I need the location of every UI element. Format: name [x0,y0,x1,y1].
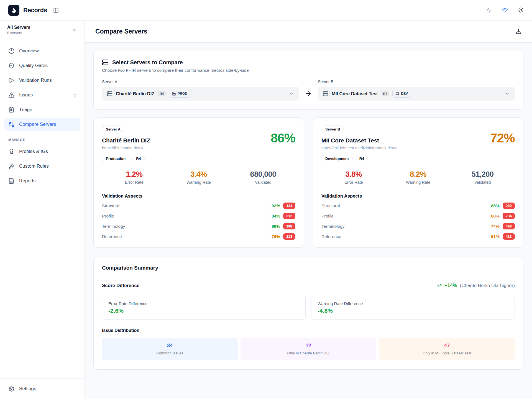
aspect-count-badge: 498 [503,223,515,229]
warning-rate-difference-box: Warning Rate Difference -4.8% [311,296,515,320]
sidebar-item-issues[interactable]: Issues C [4,89,80,101]
app-logo [8,5,19,16]
sidebar-item-compare-servers[interactable]: Compare Servers [4,118,80,131]
aspect-percent: 92% [268,203,280,208]
server-b-label: Server B [318,80,515,84]
metric-value: 8.2% [386,170,451,179]
sidebar: All Servers 8 servers Overview Quality G… [0,21,85,399]
export-download-button[interactable] [516,29,521,34]
sidebar-item-label: Validation Runs [19,78,52,83]
server-b-warning-rate: 8.2% Warning Rate [386,170,451,185]
issue-box-label: Only in Charité Berlin DIZ [243,351,374,355]
aspect-row-profile: Profile 68%734 [321,213,515,219]
server-a-selected-name: Charité Berlin DIZ [116,91,154,96]
server-b-dropdown[interactable]: MII Core Dataset Test R4 DEV [318,87,515,101]
server-a-warning-rate: 3.4% Warning Rate [167,170,231,185]
server-icon [107,91,112,96]
server-b-error-rate: 3.8% Error Rate [321,170,386,185]
connection-status-button[interactable] [502,7,508,13]
server-b-env-label: DEV [401,92,408,96]
sidebar-item-label: Reports [19,178,36,184]
sidebar-toggle-button[interactable] [53,7,59,13]
server-a-select-group: Server A Charité Berlin DIZ R4 PROD [102,80,299,101]
aspect-label: Structural [321,203,340,208]
aspect-count-badge: 289 [503,203,515,209]
sidebar-item-custom-rules[interactable]: Custom Rules [4,160,80,173]
diff-box-label: Error Rate Difference [108,301,299,306]
issue-distribution-label: Issue Distribution [102,328,515,333]
factory-icon [172,92,176,96]
sidebar-item-overview[interactable]: Overview [4,45,80,57]
server-b-score: 72% [490,132,515,144]
aspect-row-reference: Reference 61%413 [321,233,515,240]
page-header: Compare Servers [85,21,532,43]
server-icon [102,59,109,66]
aspect-label: Structural [102,203,120,208]
git-compare-icon [8,121,14,127]
play-icon [8,77,14,83]
sidebar-item-settings[interactable]: Settings [4,382,80,395]
chevron-down-icon [72,27,77,32]
theme-toggle-button[interactable] [518,7,524,13]
aspect-percent: 84% [268,214,280,219]
metric-value: 1.2% [102,170,167,179]
select-servers-title: Select Servers to Compare [112,59,183,66]
score-difference-note: (Charité Berlin DIZ higher) [460,283,515,288]
aspect-label: Terminology [102,224,125,229]
server-scope-title: All Servers [7,25,30,30]
server-a-version-badge: R4 [158,91,166,96]
server-a-version-tag: R4 [132,155,145,162]
server-a-dropdown[interactable]: Charité Berlin DIZ R4 PROD [102,87,299,101]
metric-value: 51,200 [450,170,515,179]
validation-aspects-title: Validation Aspects [102,193,295,199]
comparison-summary-card: Comparison Summary Score Difference +14%… [93,257,523,370]
sidebar-item-triage[interactable]: Triage [4,103,80,116]
metric-label: Error Rate [321,180,386,185]
issue-box-value: 34 [105,342,235,349]
select-servers-card: Select Servers to Compare Choose two FHI… [93,51,523,110]
server-scope-selector[interactable]: All Servers 8 servers [0,21,85,40]
server-a-card: Server A Charité Berlin DIZ https://fhir… [93,117,304,248]
common-issues-box: 34 Common Issues [102,338,238,360]
sidebar-item-quality-gates[interactable]: Quality Gates [4,59,80,72]
sidebar-item-label: Overview [19,48,39,54]
sidebar-item-reports[interactable]: Reports [4,175,80,187]
aspect-label: Reference [102,234,122,239]
gear-icon [8,386,14,392]
sidebar-item-validation-runs[interactable]: Validation Runs [4,74,80,87]
server-b-validated: 51,200 Validated [450,170,515,185]
issues-shortcut-badge: C [74,93,76,97]
issue-box-label: Common Issues [105,351,235,355]
server-b-version-tag: R4 [355,155,368,162]
metric-label: Validated [450,180,515,185]
alert-triangle-icon [8,92,14,98]
panel-left-icon [53,7,59,13]
only-server-b-issues-box: 47 Only in MII Core Dataset Test [379,338,515,360]
select-servers-subtitle: Choose two FHIR servers to compare their… [102,68,515,73]
aspect-row-structural: Structural 92%124 [102,203,295,209]
server-a-name: Charité Berlin DIZ [102,137,150,144]
aspect-count-badge: 213 [283,233,295,240]
aspect-percent: 88% [268,224,280,229]
laptop-icon [395,92,399,96]
issue-box-value: 47 [382,342,512,349]
aspect-count-badge: 413 [503,233,515,240]
aspect-row-reference: Reference 79%213 [102,233,295,240]
chevron-down-icon [505,91,510,96]
aspect-row-terminology: Terminology 74%498 [321,223,515,229]
issue-box-value: 12 [243,342,374,349]
server-b-name: MII Core Dataset Test [321,137,397,144]
aspect-label: Reference [321,234,341,239]
activity-status-button[interactable] [486,7,492,13]
server-a-env-badge: PROD [169,90,190,98]
server-b-version-badge: R4 [381,91,389,96]
sidebar-item-label: Quality Gates [19,63,48,68]
app-title: Records [23,7,47,14]
metric-label: Error Rate [102,180,167,185]
diff-box-value: -4.8% [318,308,508,314]
server-a-validated: 680,000 Validated [231,170,295,185]
sidebar-item-profiles-igs[interactable]: Profiles & IGs [4,145,80,158]
top-bar: Records [0,0,532,21]
metric-value: 3.4% [167,170,231,179]
aspect-count-badge: 198 [283,223,295,229]
